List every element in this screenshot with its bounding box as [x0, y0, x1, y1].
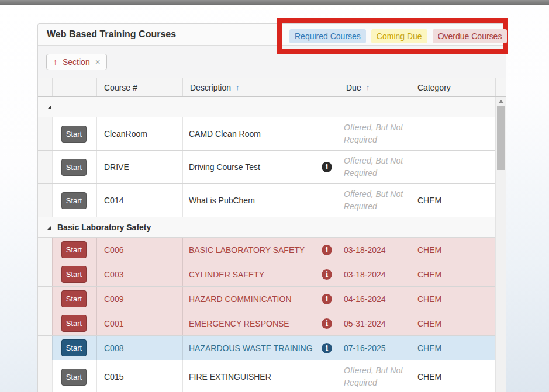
sort-ascending-icon[interactable]: ↑	[53, 57, 57, 67]
start-cell: Start	[52, 262, 96, 286]
description-text: What is PubChem	[189, 196, 255, 205]
description-cell: FIRE EXTINGUISHER	[182, 360, 339, 392]
course-number-cell: CleanRoom	[96, 117, 182, 150]
group-indent-cell	[38, 336, 52, 360]
column-header-description[interactable]: Description ↑	[182, 78, 339, 96]
description-text: FIRE EXTINGUISHER	[189, 372, 271, 381]
table-row: StartC009HAZARD COMMINICATIONi04-16-2024…	[38, 287, 495, 311]
category-cell: CHEM	[410, 262, 495, 286]
course-header-label: Course #	[104, 83, 137, 92]
grid-body: StartCleanRoomCAMD Clean RoomOffered, Bu…	[38, 97, 506, 392]
description-cell: EMERGENCY RESPONSEi	[182, 311, 339, 335]
due-cell: 03-18-2024	[339, 238, 410, 262]
info-icon[interactable]: i	[322, 245, 332, 255]
group-indent-cell	[38, 184, 52, 217]
column-header-course[interactable]: Course #	[96, 78, 182, 96]
table-row: StartC014What is PubChemOffered, But Not…	[38, 184, 495, 217]
legend-coming-due[interactable]: Coming Due	[371, 29, 427, 43]
course-number-cell: C006	[96, 238, 182, 262]
info-icon[interactable]: i	[322, 162, 332, 172]
info-icon[interactable]: i	[322, 294, 332, 304]
start-button[interactable]: Start	[61, 290, 87, 307]
section-chip-label: Section	[63, 57, 90, 67]
group-header-row[interactable]: Basic Laboratory Safety	[38, 217, 495, 238]
due-cell: 07-16-2025	[339, 336, 410, 360]
remove-group-icon[interactable]: ×	[95, 57, 101, 66]
start-button[interactable]: Start	[61, 126, 87, 143]
table-row: StartDRIVEDriving Course TestiOffered, B…	[38, 151, 495, 184]
scrollbar-thumb[interactable]	[497, 106, 505, 170]
collapse-triangle-icon[interactable]	[47, 105, 51, 109]
category-cell: CHEM	[410, 287, 495, 311]
description-cell: CYLINDER SAFETYi	[182, 262, 339, 286]
description-cell: Driving Course Testi	[182, 151, 339, 183]
table-row: StartCleanRoomCAMD Clean RoomOffered, Bu…	[38, 117, 495, 151]
table-row: StartC001EMERGENCY RESPONSEi05-31-2024CH…	[38, 311, 495, 336]
category-cell: CHEM	[410, 311, 495, 335]
column-header-category[interactable]: Category	[410, 78, 495, 96]
info-icon[interactable]: i	[322, 343, 332, 353]
description-cell: HAZARD COMMINICATIONi	[182, 287, 339, 311]
start-button[interactable]: Start	[61, 339, 87, 356]
group-indent-cell	[38, 238, 52, 262]
table-row: StartC003CYLINDER SAFETYi03-18-2024CHEM	[38, 262, 495, 287]
description-text: HAZARD COMMINICATION	[189, 294, 292, 304]
section-group-chip[interactable]: ↑ Section ×	[46, 54, 107, 70]
table-row: StartC008HAZARDOUS WASTE TRAININGi07-16-…	[38, 336, 495, 360]
table-row: StartC015FIRE EXTINGUISHEROffered, But N…	[38, 360, 495, 392]
course-number-cell: C015	[96, 360, 182, 392]
category-cell: CHEM	[410, 184, 495, 217]
description-text: CAMD Clean Room	[189, 129, 261, 138]
group-indent-cell	[38, 311, 52, 335]
group-name-label: Basic Laboratory Safety	[57, 223, 151, 232]
start-cell: Start	[52, 311, 96, 335]
course-number-cell: DRIVE	[96, 151, 182, 183]
column-header-due[interactable]: Due ↑	[339, 78, 410, 96]
start-button[interactable]: Start	[61, 315, 87, 332]
start-cell: Start	[52, 360, 96, 392]
group-indent-cell	[38, 360, 52, 392]
start-button[interactable]: Start	[61, 369, 87, 386]
description-cell: CAMD Clean Room	[182, 117, 339, 150]
description-cell: HAZARDOUS WASTE TRAININGi	[182, 336, 339, 360]
group-indent-cell	[38, 151, 52, 183]
due-sort-asc-icon[interactable]: ↑	[366, 83, 370, 92]
course-number-cell: C001	[96, 311, 182, 335]
start-button[interactable]: Start	[61, 159, 87, 176]
start-button[interactable]: Start	[61, 266, 87, 283]
category-cell	[410, 117, 495, 150]
category-cell: CHEM	[410, 336, 495, 360]
due-cell: Offered, But Not Required	[339, 151, 410, 183]
description-text: CYLINDER SAFETY	[189, 270, 264, 279]
collapse-triangle-icon[interactable]	[47, 226, 51, 230]
due-cell: 04-16-2024	[339, 287, 410, 311]
red-highlight-annotation: Required Courses Coming Due Overdue Cour…	[277, 18, 508, 54]
scroll-up-arrow-icon[interactable]	[498, 100, 504, 103]
vertical-scrollbar[interactable]	[495, 97, 506, 392]
start-cell: Start	[52, 287, 96, 311]
legend-required-courses[interactable]: Required Courses	[289, 29, 366, 43]
start-button[interactable]: Start	[61, 241, 87, 258]
info-icon[interactable]: i	[322, 269, 332, 280]
window-top-bar	[0, 0, 549, 5]
category-cell	[410, 151, 495, 183]
description-cell: BASIC LABORATORY SAFETYi	[182, 238, 339, 262]
legend-row: Required Courses Coming Due Overdue Cour…	[282, 23, 503, 49]
course-number-cell: C008	[96, 336, 182, 360]
start-cell: Start	[52, 117, 96, 150]
group-header-row[interactable]	[38, 97, 495, 117]
table-row: StartC006BASIC LABORATORY SAFETYi03-18-2…	[38, 238, 495, 262]
course-number-cell: C003	[96, 262, 182, 286]
due-cell: Offered, But Not Required	[339, 184, 410, 217]
legend-overdue-courses[interactable]: Overdue Courses	[433, 29, 507, 43]
description-header-label: Description	[190, 83, 231, 92]
info-icon[interactable]: i	[322, 318, 332, 329]
category-header-label: Category	[417, 83, 451, 92]
description-sort-asc-icon[interactable]: ↑	[236, 83, 240, 92]
start-button[interactable]: Start	[61, 192, 87, 209]
category-cell: CHEM	[410, 238, 495, 262]
due-header-label: Due	[346, 83, 361, 92]
group-indent-cell	[38, 262, 52, 286]
description-cell: What is PubChem	[182, 184, 339, 217]
category-cell: CHEM	[410, 360, 495, 392]
